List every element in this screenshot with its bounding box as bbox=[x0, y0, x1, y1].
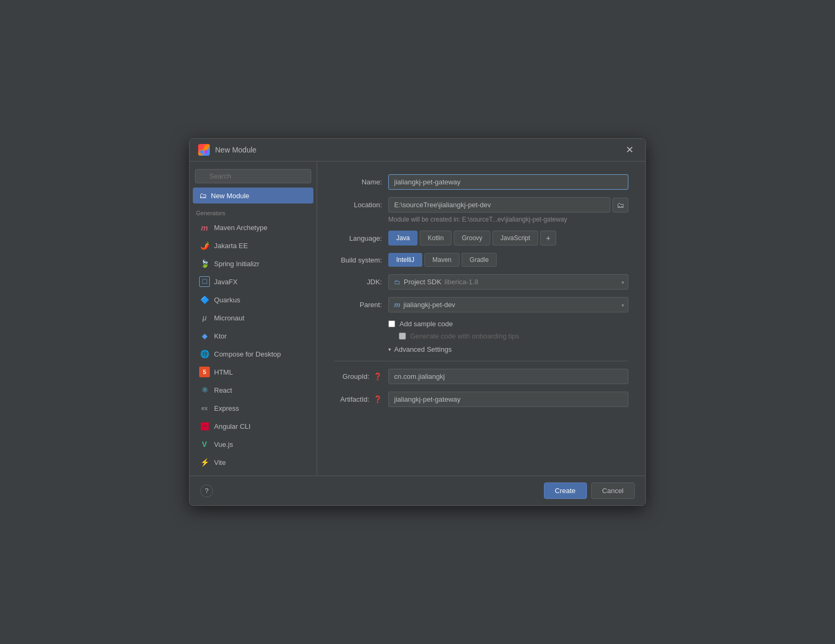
parent-row: Parent: m jialiangkj-pet-dev ▾ bbox=[334, 297, 628, 312]
add-language-button[interactable]: + bbox=[540, 231, 556, 245]
jdk-label: JDK: bbox=[334, 278, 382, 286]
sidebar-item-new-module[interactable]: 🗂 New Module bbox=[193, 188, 313, 204]
help-button[interactable]: ? bbox=[200, 485, 213, 497]
sidebar-item-label: Micronaut bbox=[214, 314, 244, 322]
generate-code-label: Generate code with onboarding tips bbox=[410, 332, 519, 340]
sidebar-item-label: HTML bbox=[214, 368, 233, 376]
new-module-icon: 🗂 bbox=[199, 191, 207, 200]
jdk-dropdown-wrapper: 🗀 Project SDK liberica-1.8 ▾ bbox=[388, 274, 628, 290]
language-row: Language: Java Kotlin Groovy JavaScript … bbox=[334, 231, 628, 245]
add-sample-code-checkbox[interactable] bbox=[388, 320, 395, 327]
jdk-row: JDK: 🗀 Project SDK liberica-1.8 ▾ bbox=[334, 274, 628, 290]
sidebar-item-label: Jakarta EE bbox=[214, 242, 248, 250]
sidebar-item-spring-initializr[interactable]: 🍃 Spring Initializr bbox=[193, 255, 313, 272]
jakarta-icon: 🌶️ bbox=[199, 240, 210, 251]
sidebar-item-ktor[interactable]: ◆ Ktor bbox=[193, 327, 313, 344]
vue-icon: V bbox=[199, 439, 210, 450]
sidebar-item-label: Compose for Desktop bbox=[214, 350, 281, 358]
language-label: Language: bbox=[334, 234, 382, 242]
sidebar-item-label: Maven Archetype bbox=[214, 224, 267, 232]
create-button[interactable]: Create bbox=[544, 482, 587, 499]
sidebar-item-label: JavaFX bbox=[214, 278, 237, 286]
name-row: Name: bbox=[334, 174, 628, 190]
location-label: Location: bbox=[334, 201, 382, 209]
sidebar-item-micronaut[interactable]: μ Micronaut bbox=[193, 309, 313, 326]
parent-m-icon: m bbox=[394, 301, 401, 309]
build-intellij-button[interactable]: IntelliJ bbox=[388, 253, 422, 267]
sidebar-item-maven-archetype[interactable]: m Maven Archetype bbox=[193, 219, 313, 236]
close-button[interactable]: ✕ bbox=[623, 144, 637, 156]
groupid-label: GroupId: ❓ bbox=[334, 372, 382, 380]
parent-label: Parent: bbox=[334, 301, 382, 309]
module-path-hint: Module will be created in: E:\sourceT...… bbox=[334, 216, 628, 223]
name-input[interactable] bbox=[388, 174, 628, 190]
sidebar-item-html[interactable]: 5 HTML bbox=[193, 363, 313, 380]
advanced-settings-toggle[interactable]: ▾ Advanced Settings bbox=[334, 345, 628, 353]
sidebar-item-jakarta-ee[interactable]: 🌶️ Jakarta EE bbox=[193, 237, 313, 254]
groupid-help-icon[interactable]: ❓ bbox=[373, 372, 382, 380]
sidebar-item-label: Vite bbox=[214, 459, 226, 467]
sidebar-item-label: React bbox=[214, 386, 232, 394]
build-maven-button[interactable]: Maven bbox=[424, 253, 459, 267]
quarkus-icon: 🔷 bbox=[199, 294, 210, 305]
jdk-project-sdk-text: Project SDK bbox=[404, 278, 441, 286]
sidebar-item-vite[interactable]: ⚡ Vite bbox=[193, 454, 313, 471]
sidebar-item-react[interactable]: ⚛ React bbox=[193, 382, 313, 399]
sidebar-item-compose-desktop[interactable]: 🌐 Compose for Desktop bbox=[193, 345, 313, 362]
new-module-dialog: New Module ✕ 🔍 🗂 New Module Generators m… bbox=[189, 138, 646, 506]
maven-icon: m bbox=[199, 222, 210, 233]
sidebar-item-vuejs[interactable]: V Vue.js bbox=[193, 436, 313, 453]
svg-rect-2 bbox=[200, 150, 203, 154]
sidebar-item-label: Vue.js bbox=[214, 440, 233, 448]
search-container: 🔍 bbox=[190, 166, 317, 188]
generators-section-label: Generators bbox=[190, 207, 317, 218]
browse-folder-button[interactable]: 🗂 bbox=[612, 198, 628, 213]
dialog-footer: ? Create Cancel bbox=[190, 476, 645, 505]
language-groovy-button[interactable]: Groovy bbox=[454, 231, 490, 245]
sidebar-item-javafx[interactable]: ☐ JavaFX bbox=[193, 273, 313, 290]
sidebar-item-express[interactable]: ex Express bbox=[193, 400, 313, 417]
groupid-row: GroupId: ❓ bbox=[334, 369, 628, 384]
artifactid-label: ArtifactId: ❓ bbox=[334, 395, 382, 403]
groupid-input[interactable] bbox=[388, 369, 628, 384]
build-system-button-group: IntelliJ Maven Gradle bbox=[388, 253, 497, 267]
artifactid-help-icon[interactable]: ❓ bbox=[373, 395, 382, 403]
title-bar: New Module ✕ bbox=[190, 139, 645, 162]
generate-code-row: Generate code with onboarding tips bbox=[334, 332, 628, 340]
sidebar-item-label: Angular CLI bbox=[214, 422, 251, 430]
spring-icon: 🍃 bbox=[199, 258, 210, 269]
language-button-group: Java Kotlin Groovy JavaScript + bbox=[388, 231, 556, 245]
chevron-icon: ▾ bbox=[388, 346, 391, 352]
svg-rect-3 bbox=[205, 150, 208, 154]
svg-rect-1 bbox=[205, 146, 208, 149]
language-java-button[interactable]: Java bbox=[388, 231, 418, 245]
build-gradle-button[interactable]: Gradle bbox=[462, 253, 497, 267]
main-content: Name: Location: 🗂 Module will be created… bbox=[317, 162, 645, 476]
jdk-dropdown[interactable]: 🗀 Project SDK liberica-1.8 bbox=[388, 274, 628, 290]
sidebar-item-label: Spring Initializr bbox=[214, 260, 259, 268]
generate-code-checkbox[interactable] bbox=[399, 333, 406, 340]
language-javascript-button[interactable]: JavaScript bbox=[492, 231, 538, 245]
cancel-button[interactable]: Cancel bbox=[591, 482, 635, 499]
sidebar-item-label: Express bbox=[214, 404, 239, 412]
language-kotlin-button[interactable]: Kotlin bbox=[420, 231, 451, 245]
sidebar-item-angular-cli[interactable]: 🅰 Angular CLI bbox=[193, 418, 313, 435]
sidebar-item-label: Ktor bbox=[214, 332, 227, 340]
location-wrapper: 🗂 bbox=[388, 197, 628, 213]
search-input[interactable] bbox=[195, 169, 311, 183]
title-bar-left: New Module bbox=[198, 144, 257, 156]
sidebar-item-quarkus[interactable]: 🔷 Quarkus bbox=[193, 291, 313, 308]
artifactid-input[interactable] bbox=[388, 392, 628, 407]
jdk-version-text: liberica-1.8 bbox=[445, 278, 479, 286]
artifactid-row: ArtifactId: ❓ bbox=[334, 392, 628, 407]
micronaut-icon: μ bbox=[199, 312, 210, 323]
express-icon: ex bbox=[199, 403, 210, 413]
location-input[interactable] bbox=[388, 197, 610, 213]
svg-rect-0 bbox=[200, 146, 203, 149]
add-sample-code-label: Add sample code bbox=[399, 320, 453, 328]
dialog-title: New Module bbox=[215, 146, 257, 154]
html-icon: 5 bbox=[199, 367, 210, 377]
add-sample-code-row: Add sample code bbox=[334, 320, 628, 328]
parent-dropdown[interactable]: m jialiangkj-pet-dev bbox=[388, 297, 628, 312]
angular-icon: 🅰 bbox=[199, 421, 210, 431]
